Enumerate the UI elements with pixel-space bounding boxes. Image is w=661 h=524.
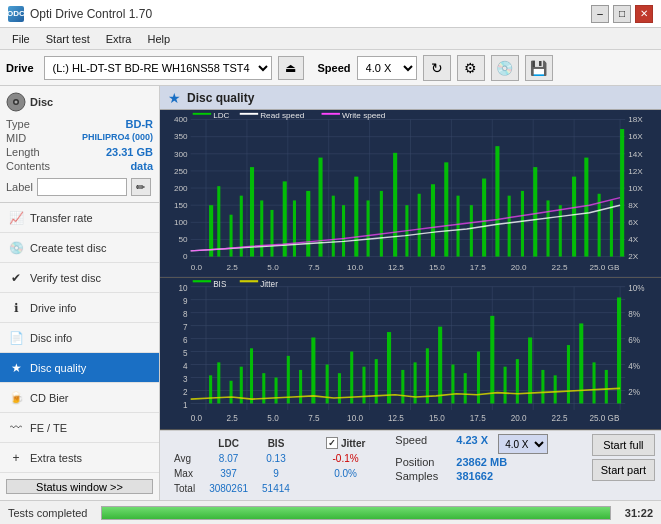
total-bis: 51414 (256, 482, 296, 495)
svg-text:150: 150 (174, 201, 188, 210)
drive-select[interactable]: (L:) HL-DT-ST BD-RE WH16NS58 TST4 (44, 56, 272, 80)
toolbar: Drive (L:) HL-DT-ST BD-RE WH16NS58 TST4 … (0, 50, 661, 86)
svg-rect-48 (495, 146, 499, 256)
nav-verify-test-disc[interactable]: ✔ Verify test disc (0, 263, 159, 293)
close-button[interactable]: ✕ (635, 5, 653, 23)
max-bis: 9 (256, 467, 296, 480)
disc-icon (6, 92, 26, 112)
nav-extra-tests-label: Extra tests (30, 452, 82, 464)
svg-point-2 (15, 101, 18, 104)
svg-text:4%: 4% (628, 360, 640, 370)
nav-transfer-rate[interactable]: 📈 Transfer rate (0, 203, 159, 233)
svg-text:4: 4 (183, 360, 188, 370)
svg-text:Write speed: Write speed (342, 111, 385, 120)
svg-text:12X: 12X (628, 167, 643, 176)
menu-help[interactable]: Help (139, 31, 178, 47)
minimize-button[interactable]: – (591, 5, 609, 23)
disc-button[interactable]: 💿 (491, 55, 519, 81)
menu-start-test[interactable]: Start test (38, 31, 98, 47)
speed-row: Speed 4.23 X 4.0 X (395, 434, 548, 454)
nav-drive-info-label: Drive info (30, 302, 76, 314)
svg-rect-40 (393, 153, 397, 257)
max-jitter: 0.0% (320, 467, 371, 480)
total-label: Total (168, 482, 201, 495)
speed-select[interactable]: 4.0 X (357, 56, 417, 80)
svg-text:12.5: 12.5 (388, 412, 404, 422)
svg-text:0: 0 (183, 253, 188, 262)
start-part-button[interactable]: Start part (592, 459, 655, 481)
status-window-button[interactable]: Status window >> (6, 479, 153, 494)
svg-rect-145 (567, 345, 570, 403)
menu-bar: File Start test Extra Help (0, 28, 661, 50)
svg-text:5.0: 5.0 (267, 412, 279, 422)
disc-title: Disc (30, 96, 53, 108)
bottom-chart-svg: 10 9 8 7 6 5 4 3 2 1 10% 8% 6% 4% 2% (160, 278, 661, 429)
total-ldc: 3080261 (203, 482, 254, 495)
nav-extra-tests[interactable]: + Extra tests (0, 443, 159, 473)
samples-row: Samples 381662 (395, 470, 548, 482)
nav-fe-te[interactable]: 〰 FE / TE (0, 413, 159, 443)
eject-button[interactable]: ⏏ (278, 56, 304, 80)
title-bar: ODC Opti Drive Control 1.70 – □ ✕ (0, 0, 661, 28)
svg-text:2%: 2% (628, 386, 640, 396)
avg-ldc: 8.07 (203, 452, 254, 465)
content-title: Disc quality (187, 91, 254, 105)
nav-create-test-disc-label: Create test disc (30, 242, 106, 254)
svg-rect-26 (230, 215, 233, 257)
drive-label: Drive (6, 62, 34, 74)
svg-text:2.5: 2.5 (226, 412, 238, 422)
nav-disc-quality[interactable]: ★ Disc quality (0, 353, 159, 383)
svg-text:17.5: 17.5 (470, 412, 486, 422)
nav-drive-info[interactable]: ℹ Drive info (0, 293, 159, 323)
svg-rect-46 (470, 205, 473, 256)
label-edit-button[interactable]: ✏ (131, 178, 151, 196)
nav-create-test-disc[interactable]: 💿 Create test disc (0, 233, 159, 263)
svg-rect-130 (375, 359, 378, 403)
label-input[interactable] (37, 178, 127, 196)
nav-items: 📈 Transfer rate 💿 Create test disc ✔ Ver… (0, 203, 159, 473)
svg-text:25.0 GB: 25.0 GB (589, 263, 619, 272)
svg-rect-58 (620, 129, 624, 257)
nav-disc-info[interactable]: 📄 Disc info (0, 323, 159, 353)
svg-rect-90 (240, 113, 258, 115)
maximize-button[interactable]: □ (613, 5, 631, 23)
svg-text:20.0: 20.0 (511, 263, 528, 272)
svg-rect-131 (387, 332, 391, 403)
svg-rect-53 (559, 205, 562, 256)
nav-cd-bier[interactable]: 🍺 CD Bier (0, 383, 159, 413)
refresh-button[interactable]: ↻ (423, 55, 451, 81)
contents-label: Contents (6, 160, 50, 172)
contents-value: data (130, 160, 153, 172)
svg-text:200: 200 (174, 184, 188, 193)
svg-rect-32 (293, 200, 296, 256)
nav-disc-info-label: Disc info (30, 332, 72, 344)
speed-select-stats[interactable]: 4.0 X (498, 434, 548, 454)
svg-text:2.5: 2.5 (226, 263, 238, 272)
action-buttons: Start full Start part (592, 434, 655, 481)
svg-rect-139 (490, 315, 494, 403)
drive-info-icon: ℹ (8, 300, 24, 316)
svg-text:Jitter: Jitter (260, 278, 278, 288)
svg-text:9: 9 (183, 295, 188, 305)
menu-extra[interactable]: Extra (98, 31, 140, 47)
menu-file[interactable]: File (4, 31, 38, 47)
save-button[interactable]: 💾 (525, 55, 553, 81)
jitter-checkbox-group: ✓ Jitter (326, 437, 365, 449)
mid-label: MID (6, 132, 26, 144)
svg-rect-37 (354, 177, 358, 257)
svg-rect-34 (318, 158, 322, 257)
svg-text:0.0: 0.0 (191, 263, 203, 272)
svg-rect-134 (426, 348, 429, 403)
max-label: Max (168, 467, 201, 480)
svg-text:8%: 8% (628, 308, 640, 318)
svg-rect-50 (521, 191, 524, 257)
svg-text:18X: 18X (628, 116, 643, 125)
svg-text:5: 5 (183, 347, 188, 357)
svg-text:2: 2 (183, 386, 188, 396)
start-full-button[interactable]: Start full (592, 434, 655, 456)
type-value: BD-R (126, 118, 154, 130)
svg-text:16X: 16X (628, 133, 643, 142)
jitter-checkbox[interactable]: ✓ (326, 437, 338, 449)
settings-button[interactable]: ⚙ (457, 55, 485, 81)
svg-rect-33 (306, 191, 310, 257)
